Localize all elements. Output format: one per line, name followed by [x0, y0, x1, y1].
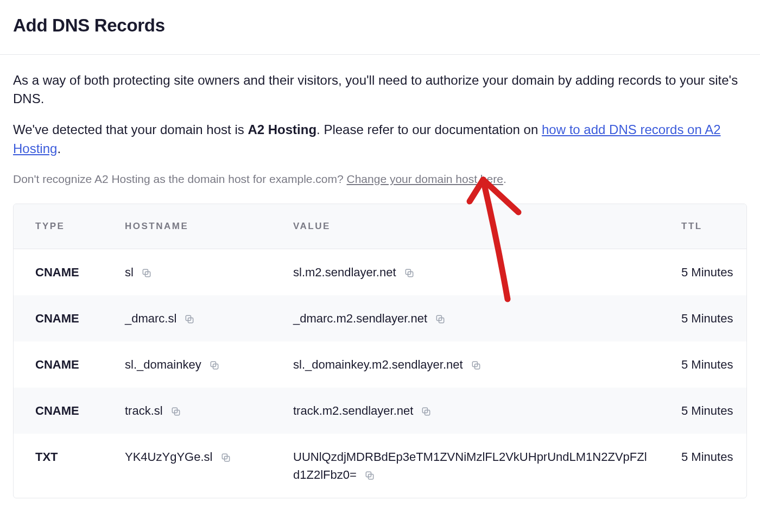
hostname-text: sl	[125, 265, 134, 279]
dns-records-table: TYPE HOSTNAME VALUE TTL CNAME sl sl.m2.s…	[14, 204, 746, 498]
value-text: _dmarc.m2.sendlayer.net	[293, 312, 427, 325]
copy-icon[interactable]	[209, 360, 220, 371]
unrecognized-prefix: Don't recognize A2 Hosting as the domain…	[13, 173, 347, 185]
cell-ttl: 5 Minutes	[660, 249, 746, 295]
table-row: TXT YK4UzYgYGe.sl UUNlQzdjMDRBdEp3eTM1ZV…	[14, 434, 746, 498]
col-header-hostname: HOSTNAME	[103, 204, 271, 249]
copy-icon[interactable]	[435, 314, 446, 325]
cell-value: sl._domainkey.m2.sendlayer.net	[271, 341, 660, 388]
cell-value: sl.m2.sendlayer.net	[271, 249, 660, 295]
page-title: Add DNS Records	[13, 12, 747, 39]
hostname-text: _dmarc.sl	[125, 312, 176, 325]
page-content: As a way of both protecting site owners …	[0, 55, 760, 498]
hostname-text: YK4UzYgYGe.sl	[125, 450, 212, 464]
cell-ttl: 5 Minutes	[660, 434, 746, 498]
copy-icon[interactable]	[364, 470, 375, 481]
cell-hostname: track.sl	[103, 388, 271, 434]
hostname-text: track.sl	[125, 404, 163, 417]
cell-type: TXT	[14, 434, 103, 498]
cell-hostname: sl._domainkey	[103, 341, 271, 388]
copy-icon[interactable]	[421, 406, 432, 417]
cell-ttl: 5 Minutes	[660, 341, 746, 388]
unrecognized-host-text: Don't recognize A2 Hosting as the domain…	[13, 170, 747, 188]
cell-hostname: _dmarc.sl	[103, 295, 271, 341]
cell-hostname: YK4UzYgYGe.sl	[103, 434, 271, 498]
copy-icon[interactable]	[471, 360, 482, 371]
cell-value: _dmarc.m2.sendlayer.net	[271, 295, 660, 341]
cell-type: CNAME	[14, 295, 103, 341]
copy-icon[interactable]	[170, 406, 181, 417]
cell-type: CNAME	[14, 388, 103, 434]
detected-host: A2 Hosting	[248, 122, 316, 137]
col-header-type: TYPE	[14, 204, 103, 249]
table-row: CNAME track.sl track.m2.sendlayer.net 5 …	[14, 388, 746, 434]
cell-value: UUNlQzdjMDRBdEp3eTM1ZVNiMzlFL2VkUHprUndL…	[271, 434, 660, 498]
cell-ttl: 5 Minutes	[660, 388, 746, 434]
value-text: track.m2.sendlayer.net	[293, 404, 413, 417]
table-row: CNAME sl._domainkey sl._domainkey.m2.sen…	[14, 341, 746, 388]
cell-hostname: sl	[103, 249, 271, 295]
intro-p2-prefix: We've detected that your domain host is	[13, 122, 248, 137]
intro-paragraph-1: As a way of both protecting site owners …	[13, 71, 747, 109]
cell-value: track.m2.sendlayer.net	[271, 388, 660, 434]
col-header-value: VALUE	[271, 204, 660, 249]
table-row: CNAME sl sl.m2.sendlayer.net 5 Minutes	[14, 249, 746, 295]
cell-type: CNAME	[14, 341, 103, 388]
value-text: sl._domainkey.m2.sendlayer.net	[293, 358, 463, 371]
intro-p2-mid: . Please refer to our documentation on	[316, 122, 542, 137]
dns-records-table-container: TYPE HOSTNAME VALUE TTL CNAME sl sl.m2.s…	[13, 204, 747, 498]
intro-p2-suffix: .	[57, 141, 61, 156]
table-header-row: TYPE HOSTNAME VALUE TTL	[14, 204, 746, 249]
intro-paragraph-2: We've detected that your domain host is …	[13, 121, 747, 159]
value-text: UUNlQzdjMDRBdEp3eTM1ZVNiMzlFL2VkUHprUndL…	[293, 450, 647, 482]
change-domain-host-link[interactable]: Change your domain host here	[347, 173, 503, 185]
value-text: sl.m2.sendlayer.net	[293, 265, 396, 279]
copy-icon[interactable]	[184, 314, 195, 325]
copy-icon[interactable]	[220, 452, 231, 463]
hostname-text: sl._domainkey	[125, 358, 201, 371]
copy-icon[interactable]	[141, 268, 152, 278]
table-row: CNAME _dmarc.sl _dmarc.m2.sendlayer.net …	[14, 295, 746, 341]
unrecognized-suffix: .	[503, 173, 506, 185]
col-header-ttl: TTL	[660, 204, 746, 249]
copy-icon[interactable]	[404, 268, 415, 278]
page-header: Add DNS Records	[0, 0, 760, 55]
cell-ttl: 5 Minutes	[660, 295, 746, 341]
cell-type: CNAME	[14, 249, 103, 295]
